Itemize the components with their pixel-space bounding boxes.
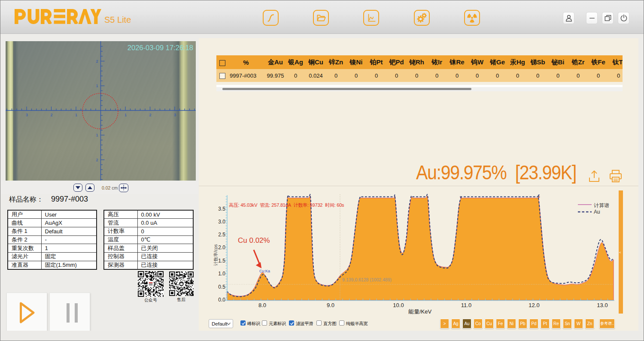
svg-text:2: 2 bbox=[96, 59, 98, 63]
svg-text:3: 3 bbox=[174, 113, 176, 117]
svg-text:2: 2 bbox=[149, 113, 152, 117]
svg-text:2: 2 bbox=[51, 113, 53, 117]
svg-text:1: 1 bbox=[75, 113, 77, 117]
svg-text:3: 3 bbox=[26, 113, 28, 117]
svg-text:2026-03-09 17:26:18: 2026-03-09 17:26:18 bbox=[128, 44, 193, 51]
svg-text:1: 1 bbox=[96, 133, 98, 137]
svg-text:1: 1 bbox=[125, 113, 127, 117]
svg-text:1: 1 bbox=[96, 84, 98, 88]
svg-text:2: 2 bbox=[96, 158, 98, 162]
